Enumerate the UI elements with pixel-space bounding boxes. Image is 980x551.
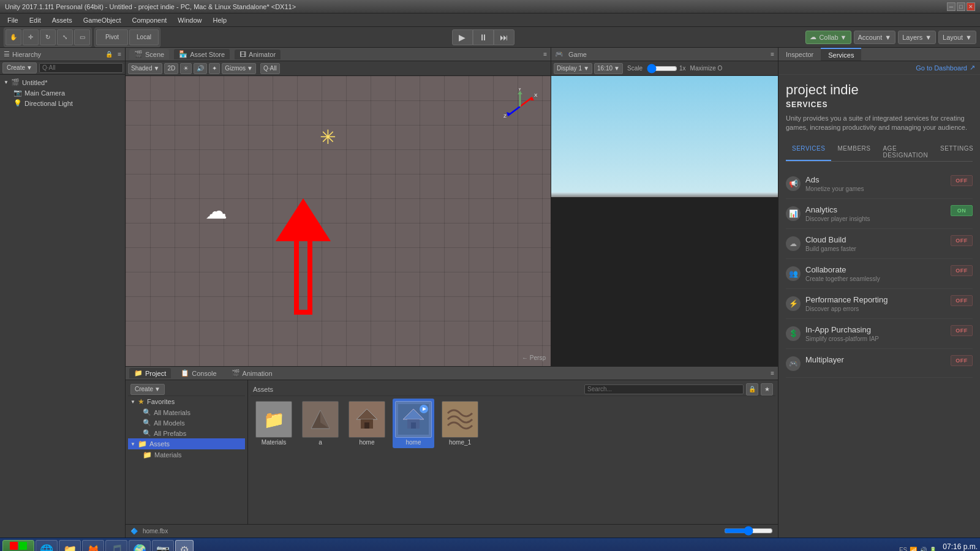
shading-dropdown[interactable]: Shaded ▼ [128, 63, 162, 74]
hierarchy-item-directional-light[interactable]: 💡 Directional Light [2, 98, 123, 108]
audio-toggle[interactable]: 🔊 [194, 63, 207, 74]
scene-search[interactable]: Q·All [260, 63, 280, 74]
lock-icon[interactable]: 🔒 [746, 383, 758, 395]
lighting-toggle[interactable]: ☀ [180, 63, 192, 74]
start-button[interactable] [2, 540, 34, 552]
multiplayer-toggle[interactable]: OFF [951, 355, 973, 366]
step-button[interactable]: ⏭ [494, 29, 514, 45]
menu-component[interactable]: Component [127, 15, 172, 25]
collaborate-toggle[interactable]: OFF [951, 265, 973, 276]
hierarchy-item-main-camera[interactable]: 📷 Main Camera [2, 88, 123, 98]
asset-a[interactable]: a [300, 399, 341, 448]
scale-tool-button[interactable]: ⤡ [57, 29, 73, 45]
services-tab[interactable]: Services [821, 48, 861, 61]
move-tool-button[interactable]: ✛ [23, 29, 39, 45]
services-nav-services[interactable]: SERVICES [786, 143, 831, 161]
project-search-input[interactable] [584, 384, 744, 394]
menu-help[interactable]: Help [208, 15, 232, 25]
collab-button[interactable]: ☁ Collab ▼ [805, 31, 851, 44]
hierarchy-item-untitled[interactable]: ▼ 🎬 Untitled* [2, 77, 123, 88]
animation-tab[interactable]: 🎬 Animation [227, 368, 277, 378]
game-header: 🎮 Game ≡ [551, 48, 778, 61]
account-button[interactable]: Account ▼ [854, 31, 896, 44]
performance-toggle[interactable]: OFF [951, 295, 973, 306]
menu-assets[interactable]: Assets [47, 15, 77, 25]
ads-toggle[interactable]: OFF [951, 175, 973, 186]
project-main: Assets 🔒 ★ 📁 Materials [248, 380, 778, 524]
hand-tool-button[interactable]: ✋ [6, 29, 21, 45]
sidebar-favorites[interactable]: ▼ ★ Favorites [128, 396, 245, 407]
display-dropdown[interactable]: Display 1 ▼ [554, 63, 592, 74]
sidebar-all-materials[interactable]: 🔍 All Materials [128, 407, 245, 418]
layout-button[interactable]: Layout ▼ [938, 31, 976, 44]
scene-panel-menu-icon[interactable]: ≡ [543, 51, 547, 58]
hierarchy-lock-icon[interactable]: 🔒 [105, 51, 113, 58]
rotate-tool-button[interactable]: ↻ [40, 29, 56, 45]
inspector-tab[interactable]: Inspector [778, 48, 821, 61]
asset-materials[interactable]: 📁 Materials [253, 399, 295, 448]
local-button[interactable]: Local [129, 29, 159, 45]
taskbar-chrome-button[interactable]: 🌍 [129, 540, 151, 552]
taskbar-photos-button[interactable]: 📷 [152, 540, 174, 552]
fx-toggle[interactable]: ✦ [209, 63, 220, 74]
close-button[interactable]: ✕ [967, 2, 975, 11]
service-iap: 💲 In-App Purchasing Simplify cross-platf… [786, 319, 973, 349]
transform-tool-group: ✋ ✛ ↻ ⤡ ▭ [4, 28, 92, 47]
sidebar-all-prefabs[interactable]: 🔍 All Prefabs [128, 428, 245, 438]
services-nav-members[interactable]: MEMBERS [831, 143, 876, 161]
pause-button[interactable]: ⏸ [473, 29, 494, 45]
scene-tab[interactable]: 🎬 Scene [129, 49, 169, 59]
console-tab[interactable]: 📋 Console [176, 368, 221, 378]
pivot-button[interactable]: Pivot [96, 29, 128, 45]
hierarchy-search-input[interactable] [39, 63, 123, 73]
asset-home-selected[interactable]: home [393, 399, 434, 448]
scene-viewport[interactable]: ✳ ☁ [126, 76, 551, 366]
hierarchy-menu-icon[interactable]: ≡ [118, 51, 121, 58]
game-panel-menu-icon[interactable]: ≡ [771, 51, 774, 58]
aspect-dropdown[interactable]: 16:10 ▼ [594, 63, 623, 74]
performance-info: Performance Reporting Discover app error… [805, 295, 946, 312]
menu-gameobject[interactable]: GameObject [78, 15, 126, 25]
minimize-button[interactable]: ─ [947, 2, 956, 11]
sidebar-all-models[interactable]: 🔍 All Models [128, 418, 245, 428]
titlebar-title: Unity 2017.1.1f1 Personal (64bit) - Unti… [5, 3, 296, 10]
menu-window[interactable]: Window [173, 15, 206, 25]
maximize-button[interactable]: □ [957, 2, 965, 11]
taskbar-firefox-button[interactable]: 🦊 [82, 540, 104, 552]
services-nav-settings[interactable]: SETTINGS [934, 143, 979, 161]
sidebar-materials[interactable]: 📁 Materials [128, 449, 245, 460]
zoom-slider[interactable] [724, 528, 773, 534]
star-icon[interactable]: ★ [761, 383, 773, 395]
project-create-button[interactable]: Create ▼ [130, 384, 165, 395]
asset-store-tab[interactable]: 🏪 Asset Store [174, 49, 230, 59]
iap-name: In-App Purchasing [805, 325, 946, 334]
project-tab[interactable]: 📁 Project [129, 368, 171, 378]
taskbar-unity-button[interactable]: ⚙ [175, 540, 194, 552]
taskbar-media-button[interactable]: 🎵 [105, 540, 127, 552]
sidebar-assets[interactable]: ▼ 📁 Assets [128, 438, 245, 449]
taskbar-ie-button[interactable]: 🌐 [36, 540, 58, 552]
rect-tool-button[interactable]: ▭ [74, 29, 90, 45]
aspect-chevron-icon: ▼ [614, 65, 620, 72]
bottom-panel-menu-icon[interactable]: ≡ [771, 370, 774, 377]
menu-file[interactable]: File [2, 15, 23, 25]
scale-slider[interactable] [647, 65, 677, 72]
services-nav-age[interactable]: AGE DESIGNATION [876, 143, 934, 161]
maximize-button[interactable]: Maximize O [690, 65, 723, 72]
2d-toggle[interactable]: 2D [164, 63, 178, 74]
layers-button[interactable]: Layers ▼ [898, 31, 936, 44]
play-button[interactable]: ▶ [452, 29, 473, 45]
menu-edit[interactable]: Edit [24, 15, 46, 25]
asset-home1[interactable]: home_1 [439, 399, 481, 448]
hierarchy-create-button[interactable]: Create ▼ [2, 62, 37, 73]
iap-toggle[interactable]: OFF [951, 325, 973, 336]
cloud-build-toggle[interactable]: OFF [951, 235, 973, 246]
analytics-toggle[interactable]: ON [951, 205, 973, 216]
goto-dashboard[interactable]: Go to Dashboard ↗ [778, 61, 980, 75]
asset-a-preview [305, 404, 336, 435]
taskbar-explorer-button[interactable]: 📁 [59, 540, 81, 552]
hierarchy-toolbar: Create ▼ [0, 61, 125, 75]
animator-tab[interactable]: 🎞 Animator [235, 50, 281, 59]
asset-home[interactable]: home [346, 399, 388, 448]
gizmos-button[interactable]: Gizmos ▼ [222, 63, 256, 74]
